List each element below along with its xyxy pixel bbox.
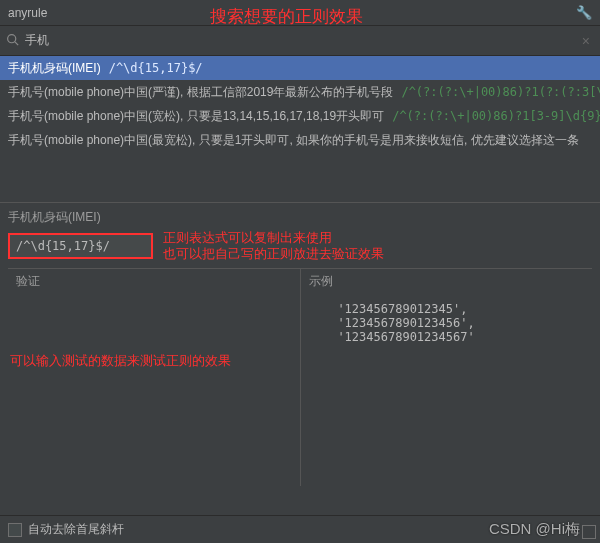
result-item[interactable]: 手机机身码(IMEI) /^\d{15,17}$/ [0, 56, 600, 80]
result-item[interactable]: 手机号(mobile phone)中国(最宽松), 只要是1开头即可, 如果你的… [0, 128, 600, 152]
example-line: '123456789012345', [309, 302, 585, 316]
result-label: 手机号(mobile phone)中国(最宽松), 只要是1开头即可, 如果你的… [8, 132, 579, 149]
result-regex: /^\d{15,17}$/ [109, 61, 203, 75]
regex-input[interactable] [8, 233, 153, 259]
example-line: '12345678901234567' [309, 330, 585, 344]
result-label: 手机机身码(IMEI) [8, 60, 101, 77]
example-line: '1234567890123456', [309, 316, 585, 330]
annotation-regex: 正则表达式可以复制出来使用 也可以把自己写的正则放进去验证效果 [163, 230, 384, 262]
svg-line-1 [15, 41, 18, 44]
result-label: 手机号(mobile phone)中国(宽松), 只要是13,14,15,16,… [8, 108, 384, 125]
example-body: '123456789012345', '1234567890123456', '… [301, 294, 593, 487]
detail-section: 手机机身码(IMEI) 正则表达式可以复制出来使用 也可以把自己写的正则放进去验… [0, 202, 600, 486]
annotation-test: 可以输入测试的数据来测试正则的效果 [10, 352, 231, 370]
result-item[interactable]: 手机号(mobile phone)中国(严谨), 根据工信部2019年最新公布的… [0, 80, 600, 104]
result-regex: /^(?:(?:\+|00)86)?1[3-9]\d{9}$/ [392, 109, 600, 123]
trim-slash-checkbox[interactable] [8, 523, 22, 537]
clear-icon[interactable]: × [578, 33, 594, 49]
verify-textarea[interactable]: 可以输入测试的数据来测试正则的效果 [8, 294, 300, 487]
verify-heading: 验证 [8, 269, 300, 294]
search-icon [6, 33, 19, 49]
results-list: 手机机身码(IMEI) /^\d{15,17}$/ 手机号(mobile pho… [0, 56, 600, 152]
trim-slash-label[interactable]: 自动去除首尾斜杆 [28, 521, 124, 538]
svg-point-0 [8, 34, 16, 42]
detail-title: 手机机身码(IMEI) [8, 207, 592, 230]
result-item[interactable]: 手机号(mobile phone)中国(宽松), 只要是13,14,15,16,… [0, 104, 600, 128]
resize-handle[interactable] [582, 525, 596, 539]
result-label: 手机号(mobile phone)中国(严谨), 根据工信部2019年最新公布的… [8, 84, 393, 101]
example-heading: 示例 [301, 269, 593, 294]
verify-panel: 验证 可以输入测试的数据来测试正则的效果 [8, 268, 301, 486]
bottom-bar: 自动去除首尾斜杆 [0, 515, 600, 543]
titlebar: anyrule 🔧 [0, 0, 600, 26]
window-title: anyrule [8, 6, 47, 20]
example-panel: 示例 '123456789012345', '1234567890123456'… [301, 268, 593, 486]
settings-icon[interactable]: 🔧 [576, 5, 592, 20]
result-regex: /^(?:(?:\+|00)86)?1(?:(?:3[\d])|( [401, 85, 600, 99]
search-input[interactable] [25, 34, 578, 48]
search-bar: × [0, 26, 600, 56]
panels: 验证 可以输入测试的数据来测试正则的效果 示例 '123456789012345… [8, 268, 592, 486]
